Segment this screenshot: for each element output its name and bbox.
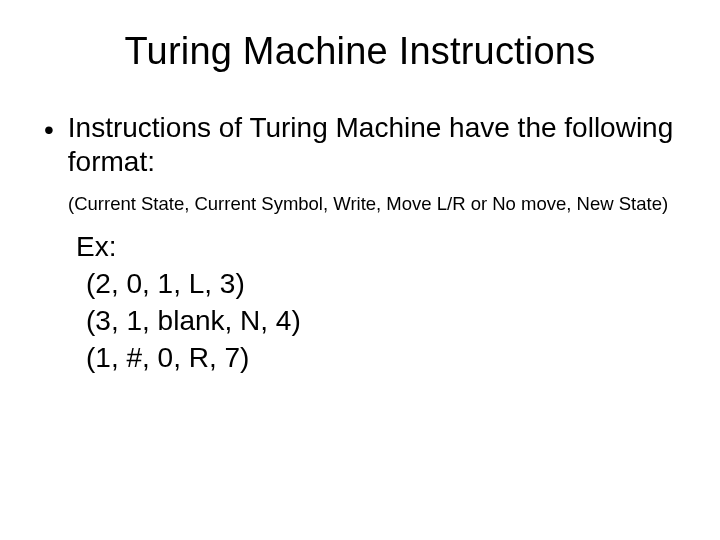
example-tuple: (2, 0, 1, L, 3) <box>86 266 680 303</box>
bullet-text: Instructions of Turing Machine have the … <box>68 111 680 179</box>
bullet-item: • Instructions of Turing Machine have th… <box>44 111 680 179</box>
example-block: Ex: (2, 0, 1, L, 3) (3, 1, blank, N, 4) … <box>76 229 680 377</box>
example-label: Ex: <box>76 229 680 266</box>
example-tuple: (1, #, 0, R, 7) <box>86 340 680 377</box>
slide-title: Turing Machine Instructions <box>40 30 680 73</box>
bullet-marker: • <box>44 113 54 147</box>
format-definition: (Current State, Current Symbol, Write, M… <box>68 193 680 215</box>
example-tuple: (3, 1, blank, N, 4) <box>86 303 680 340</box>
